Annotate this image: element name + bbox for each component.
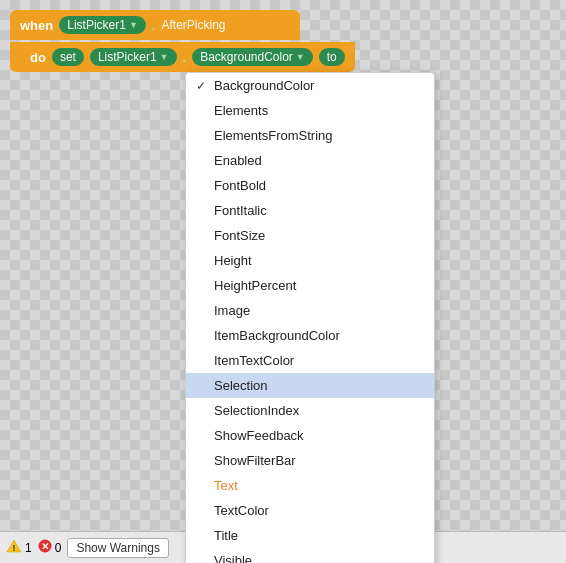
when-component-name: ListPicker1: [67, 18, 126, 32]
dropdown-item-itemtextcolor[interactable]: ItemTextColor: [186, 348, 434, 373]
when-event-name: AfterPicking: [161, 18, 225, 32]
warning-triangle-icon: !: [6, 539, 22, 556]
to-label: to: [319, 48, 345, 66]
svg-text:✕: ✕: [41, 541, 49, 552]
dropdown-item-fontsize[interactable]: FontSize: [186, 223, 434, 248]
dropdown-item-selection[interactable]: Selection: [186, 373, 434, 398]
blocks-area: when ListPicker1 ▼ . AfterPicking do set…: [10, 10, 355, 72]
error-circle-icon: ✕: [38, 539, 52, 556]
when-dot: .: [152, 18, 156, 33]
property-selector-pill[interactable]: BackgroundColor ▼: [192, 48, 313, 66]
dropdown-item-fontitalic[interactable]: FontItalic: [186, 198, 434, 223]
set-label: set: [52, 48, 84, 66]
dropdown-item-heightpercent[interactable]: HeightPercent: [186, 273, 434, 298]
dropdown-item-elements[interactable]: Elements: [186, 98, 434, 123]
dropdown-item-itembackgroundcolor[interactable]: ItemBackgroundColor: [186, 323, 434, 348]
dropdown-item-title[interactable]: Title: [186, 523, 434, 548]
do-component-name: ListPicker1: [98, 50, 157, 64]
dropdown-item-showfeedback[interactable]: ShowFeedback: [186, 423, 434, 448]
show-warnings-button[interactable]: Show Warnings: [67, 538, 169, 558]
dropdown-item-text[interactable]: Text: [186, 473, 434, 498]
dropdown-item-fontbold[interactable]: FontBold: [186, 173, 434, 198]
dropdown-item-showfilterbar[interactable]: ShowFilterBar: [186, 448, 434, 473]
dropdown-item-visible[interactable]: Visible: [186, 548, 434, 563]
dropdown-item-height[interactable]: Height: [186, 248, 434, 273]
warning-count: 1: [25, 541, 32, 555]
svg-text:!: !: [13, 543, 16, 553]
warning-badge: ! 1: [6, 539, 32, 556]
when-block: when ListPicker1 ▼ . AfterPicking: [10, 10, 300, 40]
dropdown-item-image[interactable]: Image: [186, 298, 434, 323]
dropdown-item-enabled[interactable]: Enabled: [186, 148, 434, 173]
listpicker1-do-pill[interactable]: ListPicker1 ▼: [90, 48, 177, 66]
dropdown-item-elementsfromstring[interactable]: ElementsFromString: [186, 123, 434, 148]
dropdown-item-textcolor[interactable]: TextColor: [186, 498, 434, 523]
dropdown-item-selectionindex[interactable]: SelectionIndex: [186, 398, 434, 423]
do-property-arrow: ▼: [296, 52, 305, 62]
listpicker1-when-pill[interactable]: ListPicker1 ▼: [59, 16, 146, 34]
do-dot: .: [183, 50, 187, 65]
do-component-arrow: ▼: [160, 52, 169, 62]
do-property-name: BackgroundColor: [200, 50, 293, 64]
when-component-arrow: ▼: [129, 20, 138, 30]
do-label: do: [30, 50, 46, 65]
error-badge: ✕ 0: [38, 539, 62, 556]
when-label: when: [20, 18, 53, 33]
error-count: 0: [55, 541, 62, 555]
property-dropdown: BackgroundColor Elements ElementsFromStr…: [185, 72, 435, 563]
do-block: do set ListPicker1 ▼ . BackgroundColor ▼…: [10, 42, 355, 72]
workspace: when ListPicker1 ▼ . AfterPicking do set…: [0, 0, 566, 563]
dropdown-item-backgroundcolor[interactable]: BackgroundColor: [186, 73, 434, 98]
